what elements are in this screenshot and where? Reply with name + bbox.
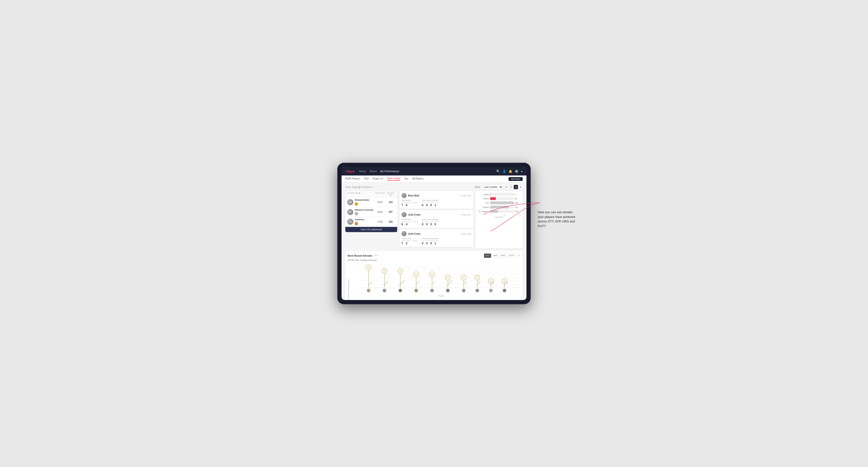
card-player-name: Josh Coles <box>408 232 461 235</box>
practice-rounds: 4 <box>406 223 408 226</box>
avatar: RB <box>347 199 353 205</box>
total-rounds-label: Total Rounds <box>401 199 418 201</box>
chart-subtitle: Off The Tee, Fairway Accuracy <box>348 259 520 261</box>
practice-activities-label: Total Practice Activities <box>422 199 438 201</box>
bar-row-dbogeys: D. Bogeys + 131 <box>477 210 521 213</box>
svg-point-18 <box>367 289 370 292</box>
nav-link-myperformance[interactable]: My Performance <box>380 170 399 173</box>
ott-val: 0 <box>422 242 425 245</box>
svg-text:M. Miller: M. Miller <box>476 281 481 286</box>
tournament-rounds: 7 <box>401 204 403 207</box>
streaks-header: Best Round Streaks ← OTT APP ARG PUTT → <box>348 253 520 258</box>
player-table-header: PLAYER NAME PB SCORE PB AVG SQ <box>345 191 397 197</box>
filter-buttons: OTT APP ARG PUTT → <box>484 253 520 258</box>
card-player-name: Rees Britt <box>408 194 461 197</box>
tournament-rounds: 7 <box>401 242 403 245</box>
filter-ott[interactable]: OTT <box>484 253 491 258</box>
edit-icon[interactable]: ✎ <box>372 186 374 188</box>
nav-icons: 🔍 👤 🔔 ⚙️ ● <box>496 169 523 173</box>
svg-text:7x: 7x <box>368 267 370 269</box>
bar-row-birdies: Birdies 96 <box>477 197 521 200</box>
card-header: Josh Coles 26 Aug 2023 <box>401 212 471 217</box>
grid-view-btn[interactable]: ⊞ <box>504 185 508 189</box>
table-row[interactable]: CA Cameron... 3 17/20 103 <box>345 217 397 227</box>
bar-count-birdies: 96 <box>515 198 521 200</box>
subnav-allplayers[interactable]: All Players <box>412 177 423 181</box>
player-name: Cameron... <box>355 218 374 221</box>
putt-val: 1 <box>434 242 438 245</box>
team-title: Team Clippd | 14 Players <box>345 186 371 188</box>
nav-link-home[interactable]: Home <box>359 170 366 173</box>
rank-badge: 1 <box>355 203 358 206</box>
svg-point-58 <box>489 289 493 292</box>
total-rounds-label: Total Rounds <box>401 219 418 220</box>
table-row[interactable]: RB Richard Butler 1 19/20 110 <box>345 197 397 207</box>
ott-val: 0 <box>422 223 425 226</box>
total-rounds-label: Total Rounds <box>401 238 418 239</box>
show-period-dropdown[interactable]: Last 3 months <box>482 185 503 189</box>
list-view-btn[interactable]: ☰ <box>509 185 513 189</box>
bar-label-eagles: Eagles <box>477 193 489 195</box>
chart-view-btn[interactable]: ◫ <box>514 185 518 189</box>
streaks-title: Best Round Streaks <box>348 254 372 257</box>
bell-icon[interactable]: 🔔 <box>508 169 512 173</box>
player-info: Cameron... 3 <box>355 218 374 225</box>
bar-chart-panel: Eagles 3 Birdies <box>475 191 523 248</box>
subnav-pgat[interactable]: PGAT Players <box>345 177 360 181</box>
avatar-icon[interactable]: ● <box>521 169 523 173</box>
svg-text:B. McHerg: B. McHerg <box>383 280 389 286</box>
bar-track <box>490 210 514 213</box>
card-player-name: Josh Coles <box>408 214 461 216</box>
annotation: Here you can see streaks your players ha… <box>538 210 578 228</box>
subnav-hcaps[interactable]: Hcaps 1-5 <box>373 177 383 181</box>
bar-track <box>490 193 514 196</box>
streak-chart-svg: 7 6 5 4 3 2 1 7x E. Ebert <box>362 263 520 293</box>
card-stats: Total Rounds Tournament Practice 7 6 <box>401 199 471 207</box>
user-icon[interactable]: 👤 <box>502 169 506 173</box>
streak-chart-container: Best Streak, Fairway Accuracy 7 <box>348 263 520 300</box>
card-avatar <box>401 193 407 198</box>
bar-label-dbogeys: D. Bogeys + <box>477 210 489 213</box>
svg-text:4x: 4x <box>476 277 478 279</box>
subnav-pga[interactable]: PGA <box>364 177 369 181</box>
svg-text:3x: 3x <box>503 280 505 282</box>
add-team-button[interactable]: Add Team <box>508 177 523 181</box>
subnav-teamclippd[interactable]: Team Clippd <box>387 177 400 181</box>
col-header-pb: PB SCORE <box>374 192 386 196</box>
putt-val: 1 <box>434 204 438 207</box>
practice-activities-group: Total Practice Activities OTT APP ARG PU… <box>422 199 438 207</box>
svg-point-33 <box>414 289 418 292</box>
axis-400: 400 <box>518 214 521 216</box>
card-date: 02 Sep 2023 <box>461 195 471 197</box>
tablet-frame: clippd Home Teams My Performance 🔍 👤 🔔 ⚙… <box>337 163 531 304</box>
view-leaderboard-button[interactable]: View Full Leaderboard <box>345 227 397 232</box>
arg-val: 0 <box>430 242 434 245</box>
putt-val: 0 <box>434 223 438 226</box>
player-name: Richard Butler <box>355 199 374 201</box>
tablet-screen: clippd Home Teams My Performance 🔍 👤 🔔 ⚙… <box>342 167 526 300</box>
settings-icon[interactable]: ⚙️ <box>515 169 519 173</box>
card-header: Rees Britt 02 Sep 2023 <box>401 193 471 198</box>
practice-rounds: 2 <box>406 242 408 245</box>
nav-link-teams[interactable]: Teams <box>369 170 377 173</box>
svg-text:E. Ebert: E. Ebert <box>368 282 372 286</box>
nav-bar: clippd Home Teams My Performance 🔍 👤 🔔 ⚙… <box>342 167 526 176</box>
bar-fill-birdies <box>490 197 496 200</box>
bar-count-pars: 499 <box>515 202 521 204</box>
arrow-right-icon: → <box>517 253 520 258</box>
search-icon[interactable]: 🔍 <box>496 169 500 173</box>
subnav-tour[interactable]: Tour <box>404 177 408 181</box>
total-rounds-group: Total Rounds Tournament Practice 7 2 <box>401 238 418 245</box>
svg-text:5x: 5x <box>415 274 417 275</box>
arrow-left-icon: ← <box>374 253 379 258</box>
player-name: Edward Crossman <box>355 209 374 211</box>
filter-app[interactable]: APP <box>492 253 499 258</box>
filter-arg[interactable]: ARG <box>500 253 507 258</box>
table-row[interactable]: EC Edward Crossman 2 18/20 107 <box>345 207 397 217</box>
sort-view-btn[interactable]: ⇅ <box>519 185 523 189</box>
tournament-rounds: 8 <box>401 223 403 226</box>
filter-putt[interactable]: PUTT <box>507 253 516 258</box>
two-col-layout: PLAYER NAME PB SCORE PB AVG SQ RB Ri <box>345 191 523 248</box>
player-avg-score: 103 <box>386 220 395 223</box>
col-header-avg: PB AVG SQ <box>386 192 395 196</box>
